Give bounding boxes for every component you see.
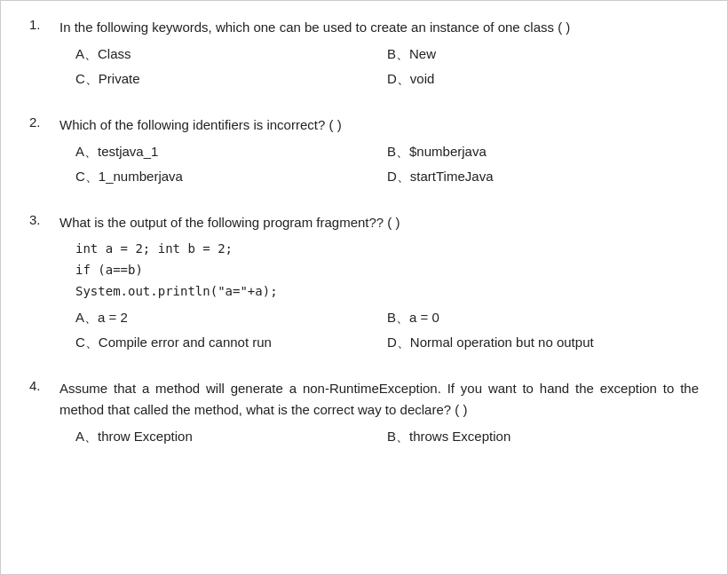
question-text-1: In the following keywords, which one can…: [59, 17, 699, 38]
question-header-1: 1.In the following keywords, which one c…: [29, 17, 699, 38]
question-block-3: 3.What is the output of the following pr…: [29, 212, 699, 353]
question-header-4: 4.Assume that a method will generate a n…: [29, 378, 699, 421]
option-2-D: D、startTimeJava: [387, 166, 699, 187]
option-label: D、: [387, 335, 410, 350]
options-grid-4: A、throw ExceptionB、throws Exception: [75, 426, 699, 447]
option-3-A: A、a = 2: [75, 307, 387, 328]
options-grid-1: A、ClassB、NewC、PrivateD、void: [75, 43, 699, 90]
option-2-A: A、testjava_1: [75, 141, 387, 162]
option-text: Normal operation but no output: [410, 335, 594, 350]
option-text: throw Exception: [98, 429, 193, 444]
option-1-C: C、Private: [75, 68, 387, 90]
code-line: if (a==b): [75, 260, 699, 281]
question-text-4: Assume that a method will generate a non…: [59, 378, 699, 421]
option-label: D、: [387, 169, 410, 184]
option-label: C、: [75, 71, 99, 86]
option-label: A、: [75, 144, 98, 159]
option-3-D: D、Normal operation but no output: [387, 332, 699, 353]
option-2-B: B、$numberjava: [387, 141, 699, 162]
question-text-2: Which of the following identifiers is in…: [59, 114, 699, 136]
option-4-B: B、throws Exception: [387, 426, 699, 447]
code-block-3: int a = 2; int b = 2;if (a==b) System.ou…: [75, 239, 699, 302]
page-container: 1.In the following keywords, which one c…: [0, 0, 728, 575]
option-text: testjava_1: [98, 144, 158, 159]
question-header-3: 3.What is the output of the following pr…: [29, 212, 699, 233]
option-1-B: B、New: [387, 43, 699, 65]
option-2-C: C、1_numberjava: [75, 166, 387, 187]
question-number-1: 1.: [29, 17, 59, 32]
question-text-3: What is the output of the following prog…: [59, 212, 699, 233]
option-3-B: B、a = 0: [387, 307, 699, 328]
question-number-3: 3.: [29, 212, 59, 227]
option-text: a = 2: [98, 310, 128, 325]
option-label: A、: [75, 429, 98, 444]
option-label: C、: [75, 335, 99, 350]
option-text: 1_numberjava: [99, 169, 183, 184]
option-4-A: A、throw Exception: [75, 426, 387, 447]
option-label: C、: [75, 169, 99, 184]
option-text: Compile error and cannot run: [99, 335, 272, 350]
option-label: A、: [75, 310, 98, 325]
option-text: $numberjava: [409, 144, 487, 159]
option-text: void: [410, 71, 435, 86]
option-label: B、: [387, 310, 409, 325]
option-label: B、: [387, 144, 409, 159]
code-line: System.out.println("a="+a);: [75, 281, 699, 303]
question-block-4: 4.Assume that a method will generate a n…: [29, 378, 699, 447]
option-1-D: D、void: [387, 68, 699, 90]
option-text: a = 0: [409, 310, 439, 325]
options-grid-3: A、a = 2B、a = 0C、Compile error and cannot…: [75, 307, 699, 353]
question-number-4: 4.: [29, 378, 59, 393]
option-label: B、: [387, 46, 409, 61]
code-line: int a = 2; int b = 2;: [75, 239, 699, 260]
option-text: New: [409, 46, 436, 61]
question-block-2: 2.Which of the following identifiers is …: [29, 114, 699, 187]
question-block-1: 1.In the following keywords, which one c…: [29, 17, 699, 90]
options-grid-2: A、testjava_1B、$numberjavaC、1_numberjavaD…: [75, 141, 699, 187]
option-text: throws Exception: [409, 429, 510, 444]
option-label: B、: [387, 429, 409, 444]
option-text: Class: [98, 46, 131, 61]
option-3-C: C、Compile error and cannot run: [75, 332, 387, 353]
option-1-A: A、Class: [75, 43, 387, 65]
option-label: D、: [387, 71, 410, 86]
option-text: Private: [99, 71, 140, 86]
option-label: A、: [75, 46, 98, 61]
question-header-2: 2.Which of the following identifiers is …: [29, 114, 699, 136]
question-number-2: 2.: [29, 114, 59, 130]
option-text: startTimeJava: [410, 169, 494, 184]
